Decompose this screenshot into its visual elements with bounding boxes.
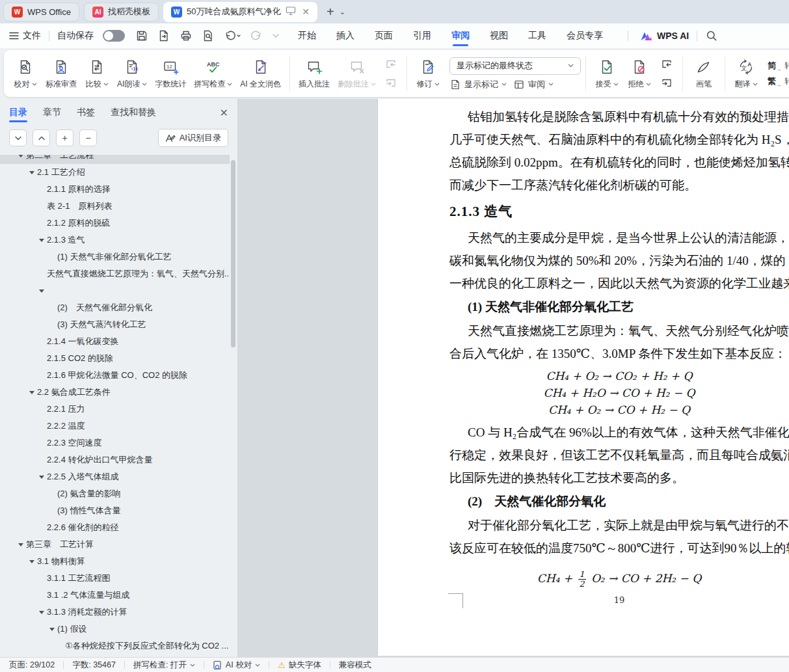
print-icon[interactable] <box>180 29 193 42</box>
simplified-to-traditional-button[interactable]: 简→ 转繁 <box>768 60 789 72</box>
collapse-arrow-icon[interactable] <box>16 543 26 546</box>
print-preview-icon[interactable] <box>202 29 215 42</box>
toc-item[interactable]: (3) 惰性气体含量 <box>0 502 230 519</box>
tab-list-chevron-icon[interactable]: ⌄ <box>340 8 345 16</box>
toc-item[interactable] <box>0 282 230 299</box>
collapse-arrow-icon[interactable] <box>36 289 47 293</box>
toc-item[interactable]: (2) 天然气催化部分氧化 <box>0 299 230 316</box>
sidebar-tab-章节[interactable]: 章节 <box>43 100 61 125</box>
track-changes-button[interactable]: 修订 <box>412 57 444 90</box>
sidebar-tab-目录[interactable]: 目录 <box>9 100 27 125</box>
accept-button[interactable]: 接受 <box>591 57 623 90</box>
toc-item[interactable]: 天然气直接燃烧工艺原理为：氧气、天然气分别... <box>0 265 230 282</box>
insert-comment-button[interactable]: 插入批注 <box>295 57 334 90</box>
menu-tab-引用[interactable]: 引用 <box>412 25 433 47</box>
toc-item[interactable]: 2.2.2 温度 <box>0 418 230 435</box>
sidebar-scrollbar[interactable] <box>231 160 235 347</box>
toc-item[interactable]: 2.1.6 甲烷化法微量 CO、CO2 的脱除 <box>0 367 230 384</box>
tab-document[interactable]: W 50万吨合成氨原料气净化工段 ✕ <box>163 2 317 22</box>
collapse-arrow-icon[interactable] <box>36 611 47 614</box>
toc-item[interactable]: (1) 假设 <box>0 621 230 638</box>
word-count-button[interactable]: 12字数统计 <box>151 57 190 90</box>
ai-polish-button[interactable]: AI 全文润色 <box>236 57 285 90</box>
menu-tab-插入[interactable]: 插入 <box>335 25 356 47</box>
toc-item[interactable]: 第二章 工艺流程 <box>0 155 230 164</box>
sidebar-tab-书签[interactable]: 书签 <box>77 100 95 125</box>
compare-button[interactable]: 比较 <box>81 57 113 90</box>
review-pane-button[interactable]: 审阅 <box>513 79 554 90</box>
toc-item[interactable]: 2.1.2 原料的脱硫 <box>0 215 230 232</box>
reject-button[interactable]: 拒绝 <box>623 57 656 90</box>
collapse-arrow-icon[interactable] <box>36 239 47 242</box>
collapse-arrow-icon[interactable] <box>27 560 37 563</box>
toc-item[interactable]: 第三章 工艺计算 <box>0 536 230 553</box>
toc-item[interactable]: 3.1 .2 气体流量与组成 <box>0 587 230 604</box>
toc-item[interactable]: 2.1.1 原料的选择 <box>0 181 230 198</box>
undo-icon[interactable] <box>224 29 241 42</box>
expand-all-button[interactable] <box>9 129 27 146</box>
delete-comment-button[interactable]: 删除批注 <box>334 57 380 90</box>
toc-item[interactable]: 2.2.3 空间速度 <box>0 435 230 451</box>
previous-change-button[interactable] <box>658 57 675 71</box>
traditional-to-simplified-button[interactable]: 繁→ 转简 <box>768 75 789 88</box>
toc-item[interactable]: 2.2 氨合成工艺条件 <box>0 384 230 401</box>
menu-tab-视图[interactable]: 视图 <box>488 25 509 47</box>
menu-tab-工具[interactable]: 工具 <box>527 25 548 47</box>
toc-item[interactable]: 表 2-1 原料列表 <box>0 198 230 215</box>
toc-item[interactable]: 2.2.4 转化炉出口气甲烷含量 <box>0 451 230 468</box>
pen-button[interactable]: 画笔 <box>688 57 720 90</box>
autosave-control[interactable]: 自动保存 <box>57 30 125 42</box>
toc-item[interactable]: 2.2.1 压力 <box>0 401 230 418</box>
toc-item[interactable]: (1) 天然气非催化部分氧化工艺 <box>0 249 230 265</box>
history-chevron-icon[interactable] <box>272 33 280 38</box>
translate-button[interactable]: 文A翻译 <box>730 57 762 90</box>
sidebar-tab-查找和替换[interactable]: 查找和替换 <box>111 100 156 125</box>
spell-check-button[interactable]: ABC拼写检查 <box>190 57 236 90</box>
search-icon[interactable] <box>705 29 718 42</box>
toc-item[interactable]: (3) 天然气蒸汽转化工艺 <box>0 316 230 333</box>
tab-wps-home[interactable]: W WPS Office <box>3 3 79 21</box>
spellcheck-status[interactable]: 拼写检查: 打开 <box>133 660 195 671</box>
zoom-in-outline-button[interactable]: + <box>56 129 74 146</box>
collapse-arrow-icon[interactable] <box>47 628 57 631</box>
toc-item[interactable]: 2.2.5 入塔气体组成 <box>0 468 230 485</box>
ai-proofread-status[interactable]: AI 校对 <box>213 660 260 671</box>
toc-item[interactable]: 2.1.5 CO2 的脱除 <box>0 350 230 367</box>
compatibility-mode-badge[interactable]: 兼容模式 <box>339 660 371 671</box>
export-pdf-icon[interactable] <box>157 29 170 42</box>
toc-item[interactable]: 3.1 物料衡算 <box>0 553 230 570</box>
file-menu-button[interactable]: 文件 <box>9 30 41 42</box>
previous-comment-button[interactable] <box>382 57 399 71</box>
toc-item[interactable]: 2.2.6 催化剂的粒径 <box>0 519 230 536</box>
redo-icon[interactable] <box>250 29 263 42</box>
menu-tab-开始[interactable]: 开始 <box>297 25 317 47</box>
wps-ai-button[interactable]: WPS AI <box>620 31 689 41</box>
document-page[interactable]: 钴钼加氢转化是脱除含氢原料中有机硫十分有效的预处理措施。钴钼几乎可使天然气、石脑… <box>377 99 789 656</box>
next-comment-button[interactable] <box>382 76 399 90</box>
collapse-arrow-icon[interactable] <box>36 476 47 479</box>
collapse-arrow-icon[interactable] <box>16 155 26 157</box>
missing-font-warning[interactable]: ⚠ 缺失字体 <box>278 660 321 671</box>
ai-read-button[interactable]: AI朗读 <box>113 57 151 90</box>
standard-review-button[interactable]: 标准审查 <box>42 57 81 90</box>
close-sidebar-icon[interactable]: ✕ <box>220 107 228 119</box>
ai-recognize-toc-button[interactable]: AI识别目录 <box>158 129 228 147</box>
show-markup-button[interactable]: 显示标记 <box>449 79 507 90</box>
save-icon[interactable] <box>135 29 148 42</box>
menu-tab-会员专享[interactable]: 会员专享 <box>565 25 604 47</box>
menu-tab-审阅[interactable]: 审阅 <box>450 25 471 47</box>
toc-item[interactable]: 2.1 工艺介绍 <box>0 164 230 181</box>
page-indicator[interactable]: 页面: 29/102 <box>9 660 55 671</box>
collapse-all-button[interactable] <box>33 129 50 146</box>
collapse-arrow-icon[interactable] <box>27 391 37 394</box>
autosave-toggle[interactable] <box>103 30 125 42</box>
toc-item[interactable]: 3.1.1 工艺流程图 <box>0 570 230 587</box>
tab-docer[interactable]: AI 找稻壳模板 <box>84 3 159 21</box>
new-tab-button[interactable]: + <box>327 5 334 20</box>
toc-item[interactable]: (2) 氨含量的影响 <box>0 485 230 502</box>
toc-item[interactable]: 2.1.3 造气 <box>0 232 230 249</box>
next-change-button[interactable] <box>658 76 675 90</box>
zoom-out-outline-button[interactable]: − <box>79 129 97 146</box>
menu-tab-页面[interactable]: 页面 <box>373 25 394 47</box>
present-monitor-icon[interactable] <box>286 6 296 18</box>
